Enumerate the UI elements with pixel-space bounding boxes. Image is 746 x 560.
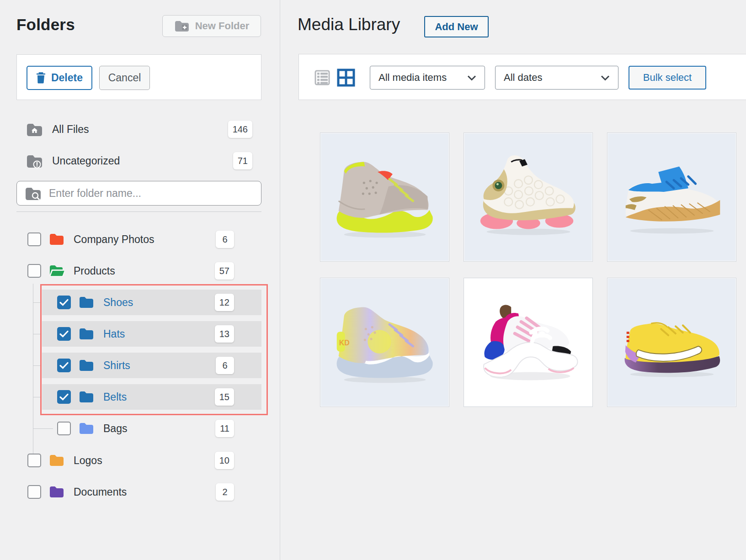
chevron-down-icon [467,75,476,81]
folder-home-icon [26,122,43,137]
folder-icon [79,359,94,372]
list-view-icon [314,69,331,86]
folder-icon [79,296,94,309]
count-badge: 12 [215,294,234,311]
folder-icon [49,454,64,467]
sneaker-yellow-purple-image [607,278,736,407]
folder-row-company-photos[interactable]: Company Photos 6 [27,227,261,252]
sidebar-divider [16,211,261,212]
count-badge: 6 [216,231,234,248]
folder-checkbox-checked[interactable] [57,390,71,404]
count-badge: 2 [216,483,234,501]
new-folder-button[interactable]: New Folder [162,15,261,37]
tree-connector [33,302,41,303]
folder-row-bags[interactable]: Bags 11 [57,416,261,441]
folder-checkbox-checked[interactable] [57,359,71,372]
folder-checkbox-checked[interactable] [57,327,71,341]
folder-icon [79,328,94,340]
sidebar-item-uncategorized[interactable]: Uncategorized 71 [16,151,261,171]
sneaker-white-blue-gum-image [607,133,736,261]
media-toolbar: All media items All dates Bulk select [298,54,746,100]
date-filter[interactable]: All dates [495,66,618,90]
svg-text:KD: KD [339,339,350,347]
list-view-button[interactable] [313,69,331,87]
folder-checkbox[interactable] [27,454,41,467]
new-folder-icon [174,20,190,32]
folder-row-shoes[interactable]: Shoes 12 [57,290,261,315]
folder-checkbox-checked[interactable] [57,296,71,309]
folder-search-box [16,181,261,206]
folder-checkbox[interactable] [27,264,41,278]
folder-icon [49,486,64,498]
folder-bulk-actions-panel: Delete Cancel [16,54,261,100]
folder-checkbox[interactable] [27,232,41,246]
sneaker-white-tan-pink-image [464,133,592,261]
count-badge: 11 [215,420,234,437]
count-badge: 6 [216,357,234,374]
sneaker-pastel-image: KD [320,278,449,407]
count-badge: 146 [228,121,252,138]
folder-row-hats[interactable]: Hats 13 [57,321,261,347]
page-title: Media Library [298,15,400,34]
folder-search-icon [25,186,42,201]
tree-connector [33,334,41,334]
media-library-page: Folders New Folder Delete Cancel All Fil… [0,0,746,560]
sneaker-chunky-white-image [464,278,592,407]
media-type-filter[interactable]: All media items [370,66,485,90]
panel-divider [280,0,280,560]
media-item-2[interactable] [464,132,593,262]
grid-view-icon [337,69,355,87]
sidebar-item-all-files[interactable]: All Files 146 [16,119,261,139]
add-new-button[interactable]: Add New [424,16,489,37]
bulk-select-button[interactable]: Bulk select [629,66,706,90]
folder-icon [79,391,94,403]
tree-connector [33,365,41,366]
folder-icon [49,233,64,246]
media-item-1[interactable] [320,132,449,262]
count-badge: 13 [215,325,234,343]
cancel-button[interactable]: Cancel [99,66,150,90]
count-badge: 71 [233,152,252,169]
folder-row-belts[interactable]: Belts 15 [57,384,261,410]
count-badge: 15 [215,388,234,406]
media-item-6[interactable] [607,278,736,407]
folder-row-documents[interactable]: Documents 2 [27,479,261,505]
count-badge: 57 [215,262,234,280]
trash-icon [36,72,46,84]
folder-alert-icon [26,154,43,168]
count-badge: 10 [215,452,234,469]
folder-row-shirts[interactable]: Shirts 6 [57,353,261,378]
media-item-3[interactable] [607,132,736,262]
folder-search-input[interactable] [49,187,241,200]
sneaker-gray-volt-image [320,133,449,261]
delete-button[interactable]: Delete [27,66,92,90]
grid-view-button[interactable] [337,69,355,87]
folder-open-icon [49,264,64,277]
media-item-5[interactable] [464,278,593,407]
folder-checkbox[interactable] [57,422,71,435]
folders-panel-title: Folders [16,16,75,34]
tree-connector [33,397,41,397]
tree-connector [33,428,53,429]
folder-checkbox[interactable] [27,485,41,499]
media-item-4[interactable]: KD [320,278,449,407]
folder-icon [79,422,94,435]
chevron-down-icon [601,75,610,81]
folder-row-logos[interactable]: Logos 10 [27,448,261,473]
folder-row-products[interactable]: Products 57 [27,258,261,284]
